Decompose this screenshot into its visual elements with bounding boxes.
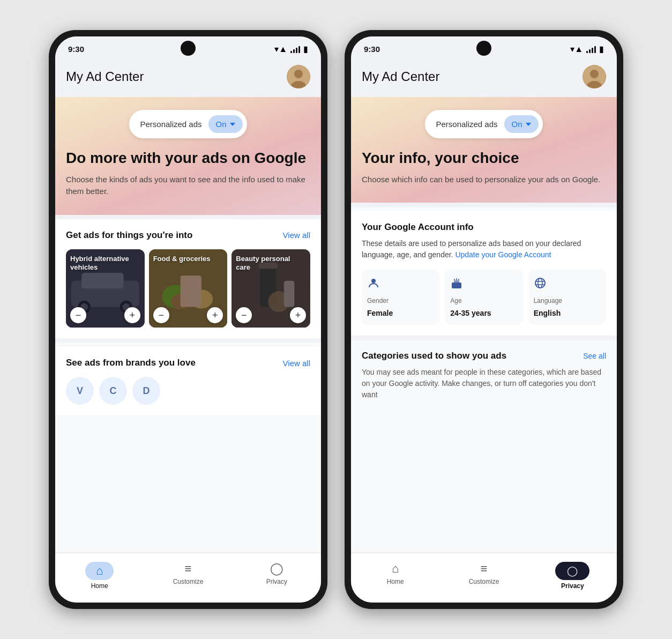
categories-title: Categories used to show you ads <box>362 351 506 361</box>
categories-see-all-link[interactable]: See all <box>583 352 606 360</box>
svg-point-31 <box>538 278 542 288</box>
cake-icon <box>450 277 463 289</box>
brands-section-title: See ads from brands you love <box>66 358 196 368</box>
ad-card-food-actions: − + <box>149 307 228 323</box>
categories-section: Categories used to show you ads See all … <box>351 340 617 411</box>
ad-card-beauty-label: Beauty personal care <box>232 249 310 278</box>
signal-bar-3 <box>296 48 297 53</box>
brand-chip-c[interactable]: C <box>99 377 127 405</box>
age-type-label: Age <box>450 297 517 304</box>
nav-item-privacy-right[interactable]: ◯ Privacy <box>528 558 617 594</box>
signal-bar-r1 <box>586 51 588 53</box>
brand-chips: V C D <box>66 377 310 405</box>
customize-icon: ≡ <box>185 562 192 576</box>
nav-label-customize: Customize <box>173 578 204 585</box>
ad-card-vehicles[interactable]: Hybrid alternative vehicles − + <box>66 249 145 328</box>
section-divider-2 <box>55 338 321 343</box>
home-icon: ⌂ <box>96 564 103 577</box>
status-icons: ▾▲ ▮ <box>274 44 308 54</box>
bottom-nav: ⌂ Home ≡ Customize ◯ Privacy <box>55 553 321 603</box>
content-scroll[interactable]: Personalized ads On Do more with your ad… <box>55 97 321 553</box>
svg-point-30 <box>535 278 545 288</box>
person-icon <box>367 277 380 289</box>
home-icon-bg: ⌂ <box>85 562 114 580</box>
svg-rect-15 <box>180 275 201 307</box>
wifi-icon: ▾▲ <box>274 44 287 54</box>
app-title-right: My Ad Center <box>362 69 439 84</box>
cat-header: Categories used to show you ads See all <box>362 351 606 361</box>
toggle-on-button[interactable]: On <box>208 115 243 133</box>
ads-view-all-link[interactable]: View all <box>283 231 310 240</box>
ads-section-title: Get ads for things you're into <box>66 230 192 241</box>
gender-icon <box>367 277 434 293</box>
nav-label-privacy-right: Privacy <box>561 582 584 590</box>
svg-point-1 <box>294 70 303 78</box>
battery-icon-right: ▮ <box>599 44 604 54</box>
nav-item-home[interactable]: ⌂ Home <box>55 558 144 594</box>
account-info-desc: These details are used to personalize ad… <box>362 238 606 261</box>
avatar-svg-right <box>583 65 606 88</box>
ad-card-beauty[interactable]: Beauty personal care − + <box>232 249 310 328</box>
nav-label-home-right: Home <box>387 578 404 585</box>
signal-bar-2 <box>293 49 295 53</box>
signal-bar-r2 <box>589 49 591 53</box>
status-icons-right: ▾▲ ▮ <box>570 44 604 54</box>
personalized-ads-toggle-right[interactable]: Personalized ads On <box>425 110 542 138</box>
card-minus-btn-beauty[interactable]: − <box>236 307 252 323</box>
signal-bar-4 <box>298 46 300 53</box>
language-type-label: Language <box>534 297 601 304</box>
ad-card-vehicles-label: Hybrid alternative vehicles <box>66 249 145 278</box>
personalized-ads-toggle[interactable]: Personalized ads On <box>129 110 247 138</box>
categories-desc: You may see ads meant for people in thes… <box>362 367 606 400</box>
status-time-right: 9:30 <box>364 44 380 54</box>
info-card-gender[interactable]: Gender Female <box>362 269 439 325</box>
avatar-image <box>287 65 310 88</box>
ads-section: Get ads for things you're into View all <box>55 219 321 339</box>
camera-notch <box>181 41 196 56</box>
brand-chip-v[interactable]: V <box>66 377 94 405</box>
ad-card-beauty-actions: − + <box>232 307 310 323</box>
card-plus-btn-vehicles[interactable]: + <box>124 307 140 323</box>
bottom-nav-right: ⌂ Home ≡ Customize ◯ Privacy <box>351 553 617 603</box>
camera-notch-right <box>476 41 491 56</box>
update-account-link[interactable]: Update your Google Account <box>455 250 551 259</box>
card-minus-btn-vehicles[interactable]: − <box>70 307 86 323</box>
card-plus-btn-food[interactable]: + <box>207 307 223 323</box>
svg-rect-25 <box>452 283 461 288</box>
brands-view-all-link[interactable]: View all <box>283 359 310 368</box>
nav-item-home-right[interactable]: ⌂ Home <box>351 558 439 594</box>
content-scroll-right[interactable]: Personalized ads On Your info, your choi… <box>351 97 617 553</box>
toggle-on-button-right[interactable]: On <box>504 115 539 133</box>
ad-card-food[interactable]: Food & groceries − + <box>149 249 228 328</box>
signal-icon <box>290 46 300 53</box>
section-divider-right-2 <box>351 336 617 340</box>
avatar-svg <box>287 65 310 88</box>
nav-item-customize-right[interactable]: ≡ Customize <box>439 558 528 594</box>
avatar[interactable] <box>287 65 310 88</box>
nav-item-customize[interactable]: ≡ Customize <box>144 558 232 594</box>
battery-icon: ▮ <box>303 44 308 54</box>
ad-card-vehicles-actions: − + <box>66 307 145 323</box>
info-card-language[interactable]: Language English <box>528 269 606 325</box>
ad-cards-grid: Hybrid alternative vehicles − + <box>66 249 310 328</box>
hero-text-section: Personalized ads On Do more with your ad… <box>55 97 321 215</box>
home-icon-right: ⌂ <box>392 562 399 576</box>
account-info-section: Your Google Account info These details a… <box>351 211 617 336</box>
section-divider-1 <box>55 215 321 219</box>
nav-label-home: Home <box>91 582 108 590</box>
wifi-icon-right: ▾▲ <box>570 44 583 54</box>
toggle-value: On <box>216 120 227 129</box>
avatar-right[interactable] <box>583 65 606 88</box>
info-card-age[interactable]: Age 24-35 years <box>445 269 522 325</box>
toggle-value-right: On <box>512 120 522 129</box>
card-plus-btn-beauty[interactable]: + <box>290 307 306 323</box>
nav-item-privacy[interactable]: ◯ Privacy <box>233 558 321 594</box>
app-header: My Ad Center <box>55 58 321 97</box>
nav-label-customize-right: Customize <box>469 578 499 585</box>
avatar-image-right <box>583 65 606 88</box>
brand-chip-d[interactable]: D <box>132 377 160 405</box>
card-minus-btn-food[interactable]: − <box>153 307 169 323</box>
hero-subtitle: Choose the kinds of ads you want to see … <box>66 174 310 198</box>
app-header-right: My Ad Center <box>351 58 617 97</box>
privacy-icon-right: ◯ <box>567 565 578 577</box>
